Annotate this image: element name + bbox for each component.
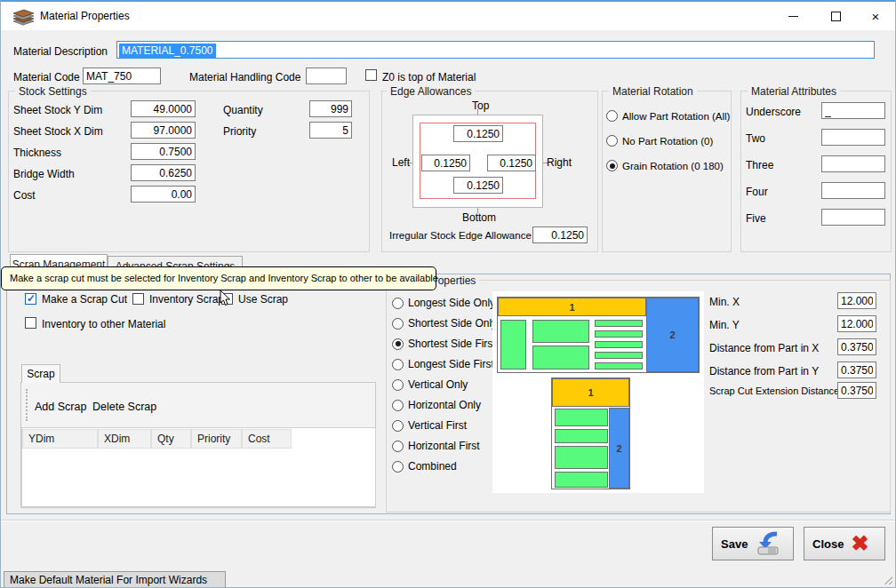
min-y-input[interactable]	[837, 315, 876, 332]
material-stack-icon	[12, 7, 36, 26]
material-handling-code-label: Material Handling Code	[189, 71, 300, 83]
edge-top-input[interactable]	[453, 125, 503, 142]
radio-vertical-only[interactable]: Vertical Only	[392, 378, 468, 391]
priority-input[interactable]	[309, 122, 352, 139]
close-window-button[interactable]: ×	[855, 2, 896, 30]
make-scrap-cut-label: Make a Scrap Cut	[42, 293, 127, 306]
radio-label: Shortest Side First	[408, 338, 496, 350]
edge-allowances-title: Edge Allowances	[387, 85, 475, 98]
column-header-priority[interactable]: Priority	[191, 429, 242, 449]
attr-underscore-input[interactable]	[821, 102, 885, 119]
delete-scrap-button[interactable]: Delete Scrap	[92, 401, 156, 413]
edge-bottom-input[interactable]	[453, 177, 503, 194]
attr-five-input[interactable]	[821, 209, 885, 226]
column-header-ydim[interactable]: YDim	[22, 429, 98, 449]
column-header-qty[interactable]: Qty	[151, 429, 191, 449]
quantity-input[interactable]	[309, 100, 352, 117]
attr-two-input[interactable]	[821, 129, 885, 146]
close-button[interactable]: Close ✖	[804, 527, 885, 560]
radio-icon	[392, 379, 404, 391]
min-x-input[interactable]	[837, 292, 876, 309]
bridge-width-input[interactable]	[131, 164, 196, 181]
scrap-subtab[interactable]: Scrap	[21, 364, 60, 383]
save-icon	[755, 530, 781, 557]
toolbar-drag-handle[interactable]	[26, 389, 28, 421]
material-rotation-title: Material Rotation	[609, 85, 697, 98]
edge-left-input[interactable]	[421, 155, 470, 171]
irregular-allowance-input[interactable]	[532, 226, 588, 243]
cost-input[interactable]	[131, 186, 196, 203]
make-default-material-button[interactable]: Make Default Material For Import Wizards	[4, 571, 226, 588]
maximize-button[interactable]	[815, 2, 856, 30]
make-scrap-cut-checkbox[interactable]	[25, 293, 36, 305]
radio-label: Shortest Side Only	[408, 317, 497, 330]
radio-label: Vertical First	[408, 419, 467, 432]
part-rect	[595, 330, 643, 338]
thickness-input[interactable]	[131, 143, 196, 160]
column-header-cost[interactable]: Cost	[242, 429, 292, 449]
edge-bottom-label: Bottom	[462, 211, 496, 224]
radio-icon	[392, 461, 404, 473]
material-description-input[interactable]: MATERIAL_0.7500	[116, 41, 875, 59]
resize-grip[interactable]	[884, 576, 892, 584]
material-code-input[interactable]	[83, 68, 161, 84]
scrap-cut-extension-input[interactable]	[837, 382, 876, 399]
radio-label: Horizontal Only	[408, 399, 481, 411]
quantity-label: Quantity	[223, 104, 263, 116]
material-properties-dialog: Material Properties × Material Descripti…	[0, 0, 896, 588]
distance-part-y-input[interactable]	[837, 362, 876, 378]
radio-combined[interactable]: Combined	[392, 460, 457, 473]
distance-part-x-input[interactable]	[837, 338, 876, 355]
radio-vertical-first[interactable]: Vertical First	[392, 419, 467, 432]
radio-label: Combined	[408, 460, 457, 473]
bridge-width-label: Bridge Width	[13, 168, 75, 180]
inventory-scrap-checkbox[interactable]	[132, 293, 144, 305]
minimize-button[interactable]	[772, 2, 813, 30]
radio-horizontal-only[interactable]: Horizontal Only	[392, 399, 481, 411]
radio-icon	[392, 298, 404, 309]
attr-three-input[interactable]	[821, 155, 885, 172]
radio-shortest-side-only[interactable]: Shortest Side Only	[392, 317, 497, 330]
part-rect	[500, 320, 526, 369]
stock-settings-title: Stock Settings	[15, 85, 91, 98]
radio-label: Horizontal First	[408, 440, 480, 452]
radio-grain-rotation[interactable]: Grain Rotation (0 180)	[606, 160, 724, 171]
scrap-cut-2b: 2	[609, 408, 629, 489]
radio-icon	[392, 441, 404, 452]
sheet-stock-y-label: Sheet Stock Y Dim	[13, 104, 102, 116]
min-x-label: Min. X	[709, 296, 740, 308]
save-button[interactable]: Save	[712, 527, 794, 560]
radio-shortest-side-first[interactable]: Shortest Side First	[392, 338, 496, 350]
radio-no-part-rotation[interactable]: No Part Rotation (0)	[606, 135, 713, 147]
sheet-stock-y-input[interactable]	[131, 100, 196, 117]
column-header-xdim[interactable]: XDim	[98, 429, 151, 449]
selected-text: MATERIAL_0.7500	[119, 44, 216, 58]
close-icon: ×	[872, 10, 880, 23]
use-scrap-label: Use Scrap	[238, 293, 288, 306]
attr-two-label: Two	[746, 132, 765, 145]
radio-longest-side-first[interactable]: Longest Side First	[392, 358, 494, 370]
radio-label: Grain Rotation (0 180)	[622, 161, 724, 171]
edge-top-label: Top	[472, 99, 489, 112]
sheet-stock-x-input[interactable]	[131, 122, 196, 139]
edge-right-input[interactable]	[487, 155, 536, 171]
radio-horizontal-first[interactable]: Horizontal First	[392, 440, 480, 452]
radio-label: No Part Rotation (0)	[622, 136, 713, 147]
radio-selected-icon	[392, 338, 404, 350]
material-handling-code-input[interactable]	[306, 68, 347, 84]
z0-top-checkbox[interactable]	[365, 69, 377, 81]
distance-part-x-label: Distance from Part in X	[709, 342, 819, 354]
edge-left-label: Left	[392, 156, 410, 169]
radio-longest-side-only[interactable]: Longest Side Only	[392, 297, 495, 309]
add-scrap-button[interactable]: Add Scrap	[35, 401, 86, 413]
inventory-other-material-checkbox[interactable]	[25, 317, 36, 329]
attr-four-input[interactable]	[821, 182, 885, 199]
part-rect	[595, 362, 643, 369]
inventory-scrap-label: Inventory Scrap	[149, 293, 224, 306]
attr-five-label: Five	[746, 212, 766, 225]
material-description-label: Material Description	[13, 45, 108, 58]
sheet-stock-x-label: Sheet Stock X Dim	[13, 125, 103, 138]
min-y-label: Min. Y	[709, 319, 740, 331]
footer-divider	[1, 520, 896, 521]
radio-allow-part-rotation[interactable]: Allow Part Rotation (All)	[606, 110, 730, 122]
